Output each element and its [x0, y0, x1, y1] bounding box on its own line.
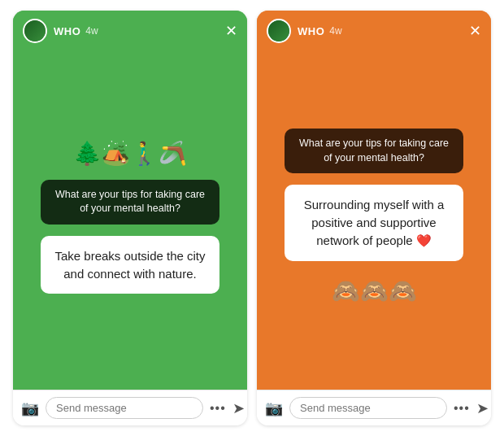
message-input-2[interactable]: [289, 397, 447, 419]
story-body-1: WHO 4w ✕ 🌲🏕️🚶‍♂️🪃 What are your tips for…: [13, 11, 247, 390]
story-body-2: WHO 4w ✕ What are your tips for taking c…: [257, 11, 491, 390]
header-info-2: WHO 4w: [298, 25, 469, 37]
close-button-1[interactable]: ✕: [225, 24, 237, 38]
close-button-2[interactable]: ✕: [469, 24, 481, 38]
story-footer-1: 📷 ••• ➤: [13, 390, 247, 425]
camera-icon-2[interactable]: 📷: [265, 399, 283, 417]
avatar-1: [23, 19, 47, 43]
answer-box-1: Take breaks outside the city and connect…: [41, 236, 219, 294]
header-time-2: 4w: [329, 25, 341, 37]
dots-icon-2[interactable]: •••: [454, 401, 470, 416]
header-name-1: WHO: [54, 25, 80, 37]
story-footer-2: 📷 ••• ➤: [257, 390, 491, 425]
story-header-1: WHO 4w ✕: [13, 11, 247, 51]
send-icon-1[interactable]: ➤: [232, 399, 245, 417]
bottom-emoji-2: 🙈🙈🙈: [332, 277, 417, 304]
header-time-1: 4w: [85, 25, 98, 37]
story-card-1: WHO 4w ✕ 🌲🏕️🚶‍♂️🪃 What are your tips for…: [13, 11, 247, 425]
camera-icon-1[interactable]: 📷: [21, 399, 39, 417]
avatar-2: [267, 19, 291, 43]
header-name-2: WHO: [298, 25, 324, 37]
story-content-1: 🌲🏕️🚶‍♂️🪃 What are your tips for taking c…: [26, 139, 234, 294]
story-card-2: WHO 4w ✕ What are your tips for taking c…: [257, 11, 491, 425]
story-header-2: WHO 4w ✕: [257, 11, 491, 51]
top-emoji-1: 🌲🏕️🚶‍♂️🪃: [73, 139, 187, 168]
header-info-1: WHO 4w: [54, 25, 225, 37]
answer-box-2: Surrounding myself with a positive and s…: [285, 185, 463, 260]
question-box-1: What are your tips for taking care of yo…: [41, 180, 219, 225]
story-content-2: What are your tips for taking care of yo…: [270, 129, 478, 303]
dots-icon-1[interactable]: •••: [210, 401, 226, 416]
send-icon-2[interactable]: ➤: [476, 399, 489, 417]
question-box-2: What are your tips for taking care of yo…: [285, 129, 463, 173]
message-input-1[interactable]: [46, 397, 203, 419]
